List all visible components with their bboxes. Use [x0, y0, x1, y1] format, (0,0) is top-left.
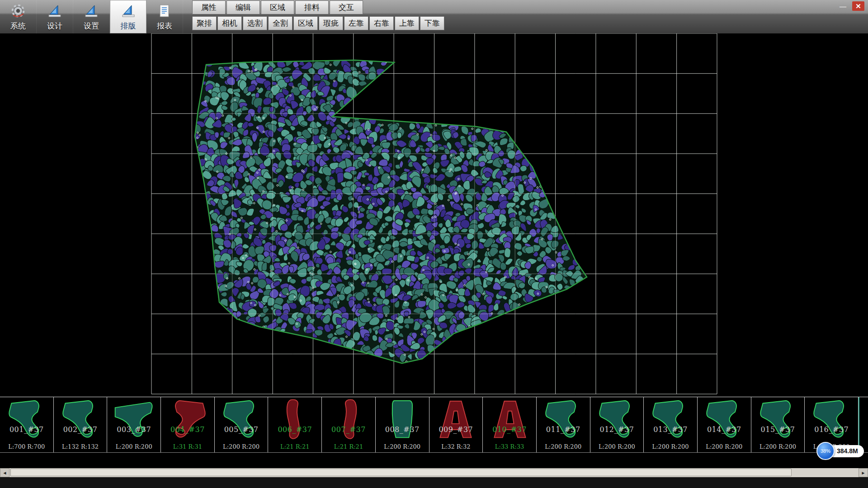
close-button[interactable]: ✕: [852, 1, 864, 11]
toolbar-item-label: 设置: [84, 21, 99, 31]
tool-button-6[interactable]: 左靠: [344, 16, 368, 30]
piece-shape: [273, 398, 317, 441]
piece-thumb-0[interactable]: 001_#37L:700 R:700: [0, 397, 54, 452]
app-window: 系统 设计 设置: [0, 0, 868, 488]
piece-shape: [380, 398, 425, 441]
piece-shape: [595, 398, 639, 441]
piece-name: 010_#37: [483, 425, 536, 434]
piece-lr-count: L:132 R:132: [54, 443, 107, 450]
design-icon: [47, 2, 62, 19]
piece-shape: [5, 398, 49, 441]
tool-button-9[interactable]: 下靠: [420, 16, 444, 30]
scrollbar-track[interactable]: [9, 468, 859, 477]
bottom-gap: [0, 477, 868, 488]
tool-button-row: 聚排相机选割全割区域瑕疵左靠右靠上靠下靠: [192, 16, 444, 30]
nesting-canvas-area[interactable]: [0, 33, 868, 397]
piece-lr-count: L:21 R:21: [322, 443, 375, 450]
piece-name: 008_#37: [376, 425, 429, 434]
piece-thumb-4[interactable]: 005_#37L:200 R:200: [215, 397, 269, 452]
piece-name: 001_#37: [0, 425, 53, 434]
piece-lr-count: L:200 R:200: [107, 443, 160, 450]
menu-tab-3[interactable]: 排料: [295, 0, 329, 14]
scroll-left-arrow[interactable]: ◄: [0, 468, 9, 477]
piece-thumb-6[interactable]: 007_#37L:21 R:21: [322, 397, 376, 452]
piece-thumb-14[interactable]: 015_#37L:200 R:200: [751, 397, 805, 452]
progress-percent: 38%: [816, 442, 835, 460]
piece-thumb-7[interactable]: 008_#37L:200 R:200: [376, 397, 429, 452]
piece-shape: [541, 398, 585, 441]
toolbar-item-report[interactable]: 报表: [146, 0, 183, 33]
tool-button-2[interactable]: 选割: [243, 16, 267, 30]
piece-name: 004_#37: [161, 425, 214, 434]
piece-shape: [434, 398, 478, 441]
menu-area: 属性编辑区域排料交互 聚排相机选割全割区域瑕疵左靠右靠上靠下靠: [192, 0, 444, 33]
piece-thumb-12[interactable]: 013_#37L:200 R:200: [644, 397, 698, 452]
piece-lr-count: L:200 R:200: [376, 443, 429, 450]
toolbar-item-settings[interactable]: 设置: [73, 0, 110, 33]
toolbar-item-label: 系统: [10, 21, 26, 31]
tool-button-7[interactable]: 右靠: [369, 16, 394, 30]
toolbar-item-design[interactable]: 设计: [37, 0, 73, 33]
tool-button-8[interactable]: 上靠: [395, 16, 419, 30]
progress-badge: 38% 384.8M: [816, 442, 864, 460]
piece-lr-count: L:200 R:200: [215, 443, 268, 450]
scrollbar-thumb[interactable]: [10, 469, 792, 476]
piece-name: 009_#37: [429, 425, 483, 434]
piece-shape: [809, 398, 854, 441]
nesting-canvas[interactable]: [0, 33, 868, 397]
gear-icon: [10, 2, 26, 19]
menu-tab-2[interactable]: 区域: [261, 0, 294, 14]
piece-lr-count: L:32 R:32: [429, 443, 483, 450]
piece-thumb-5[interactable]: 006_#37L:21 R:21: [268, 397, 322, 452]
tool-button-1[interactable]: 相机: [217, 16, 242, 30]
top-toolbar: 系统 设计 设置: [0, 0, 868, 33]
horizontal-scrollbar[interactable]: ◄ ►: [0, 468, 868, 477]
piece-lr-count: L:200 R:200: [644, 443, 697, 450]
toolbar-item-label: 报表: [157, 21, 172, 31]
piece-name: 006_#37: [268, 425, 321, 434]
toolbar-item-nesting[interactable]: 排版: [110, 0, 146, 33]
menu-tab-0[interactable]: 属性: [192, 0, 226, 14]
main-toolbar: 系统 设计 设置: [0, 0, 183, 33]
menu-tab-4[interactable]: 交互: [330, 0, 363, 14]
piece-name: 015_#37: [751, 425, 805, 434]
piece-lr-count: L:200 R:200: [537, 443, 590, 450]
nesting-icon: [121, 2, 136, 19]
toolbar-item-label: 排版: [121, 21, 136, 31]
tool-button-3[interactable]: 全割: [268, 16, 292, 30]
piece-thumb-13[interactable]: 014_#37L:200 R:200: [698, 397, 751, 452]
tool-button-5[interactable]: 瑕疵: [319, 16, 343, 30]
toolbar-item-system[interactable]: 系统: [0, 0, 37, 33]
piece-shape: [702, 398, 746, 441]
piece-shape: [165, 398, 210, 441]
piece-lr-count: L:200 R:200: [590, 443, 644, 450]
piece-strip-wrap: 001_#37L:700 R:700002_#37L:132 R:132003_…: [0, 397, 868, 453]
piece-shape: [756, 398, 800, 441]
toolbar-item-label: 设计: [47, 21, 62, 31]
piece-lr-count: L:21 R:21: [268, 443, 321, 450]
piece-shape: [219, 398, 264, 441]
piece-thumb-10[interactable]: 011_#37L:200 R:200: [537, 397, 590, 452]
piece-name: 016_#37: [805, 425, 858, 434]
piece-shape: [648, 398, 693, 441]
piece-shape: [326, 398, 371, 441]
piece-thumb-8[interactable]: 009_#37L:32 R:32: [429, 397, 483, 452]
piece-thumb-1[interactable]: 002_#37L:132 R:132: [54, 397, 108, 452]
piece-thumb-11[interactable]: 012_#37L:200 R:200: [590, 397, 644, 452]
piece-shape: [112, 398, 156, 441]
tool-button-0[interactable]: 聚排: [192, 16, 217, 30]
report-icon: [157, 2, 172, 19]
menu-tab-1[interactable]: 编辑: [226, 0, 260, 14]
piece-name: 007_#37: [322, 425, 375, 434]
piece-thumb-2[interactable]: 003_#37L:200 R:200: [107, 397, 161, 452]
piece-shape: [487, 398, 532, 441]
piece-thumb-3[interactable]: 004_#37L:31 R:31: [161, 397, 215, 452]
piece-list: 001_#37L:700 R:700002_#37L:132 R:132003_…: [0, 397, 859, 452]
tool-button-4[interactable]: 区域: [293, 16, 318, 30]
minimize-button[interactable]: —: [837, 1, 849, 11]
piece-name: 005_#37: [215, 425, 268, 434]
scroll-right-arrow[interactable]: ►: [859, 468, 868, 477]
settings-icon: [84, 2, 99, 19]
piece-thumb-9[interactable]: 010_#37L:33 R:33: [483, 397, 537, 452]
piece-shape: [58, 398, 103, 441]
